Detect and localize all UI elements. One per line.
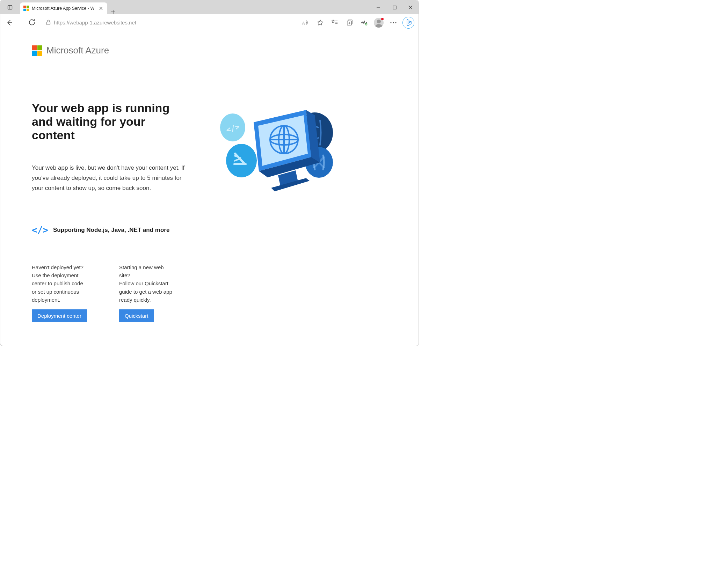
microsoft-logo-icon bbox=[32, 45, 42, 56]
svg-point-11 bbox=[390, 22, 391, 23]
browser-tab[interactable]: Microsoft Azure App Service - W bbox=[20, 2, 107, 14]
favorite-button[interactable] bbox=[313, 16, 327, 30]
quickstart-button[interactable]: Quickstart bbox=[119, 309, 154, 322]
card-text: Starting a new web site? Follow our Quic… bbox=[119, 263, 175, 304]
cards-row: Haven't deployed yet? Use the deployment… bbox=[32, 263, 419, 322]
browser-window: Microsoft Azure App Service - W bbox=[0, 0, 419, 346]
url-text: https://webapp-1.azurewebsites.net bbox=[54, 20, 136, 25]
card-text: Haven't deployed yet? Use the deployment… bbox=[32, 263, 88, 304]
notification-dot-icon bbox=[381, 18, 384, 20]
svg-rect-3 bbox=[393, 6, 396, 9]
read-aloud-button[interactable]: A bbox=[298, 16, 312, 30]
supporting-row: </> Supporting Node.js, Java, .NET and m… bbox=[32, 225, 419, 235]
bing-chat-button[interactable] bbox=[402, 17, 414, 29]
performance-button[interactable] bbox=[357, 16, 371, 30]
address-bar[interactable]: https://webapp-1.azurewebsites.net bbox=[42, 17, 295, 29]
back-button[interactable] bbox=[2, 16, 16, 30]
tab-close-button[interactable] bbox=[98, 6, 104, 11]
minimize-button[interactable] bbox=[370, 0, 386, 14]
svg-point-12 bbox=[393, 22, 394, 23]
new-tab-button[interactable] bbox=[107, 9, 119, 14]
deployment-center-button[interactable]: Deployment center bbox=[32, 309, 87, 322]
hero-section: Your web app is running and waiting for … bbox=[32, 101, 419, 193]
tab-title: Microsoft Azure App Service - W bbox=[32, 6, 95, 11]
azure-logo-row: Microsoft Azure bbox=[32, 45, 419, 56]
hero-description: Your web app is live, but we don't have … bbox=[32, 163, 186, 193]
hero-illustration: </> > bbox=[206, 101, 346, 192]
favorites-list-button[interactable] bbox=[328, 16, 342, 30]
more-button[interactable] bbox=[386, 16, 400, 30]
supporting-text: Supporting Node.js, Java, .NET and more bbox=[53, 227, 169, 234]
page-content: Microsoft Azure Your web app is running … bbox=[0, 31, 419, 346]
hero-title: Your web app is running and waiting for … bbox=[32, 101, 186, 142]
toolbar: https://webapp-1.azurewebsites.net A bbox=[0, 14, 419, 31]
brand-name: Microsoft Azure bbox=[46, 45, 109, 56]
card-deployment: Haven't deployed yet? Use the deployment… bbox=[32, 263, 88, 322]
lock-icon bbox=[46, 20, 51, 25]
tab-favicon bbox=[23, 6, 29, 11]
svg-text:>: > bbox=[234, 150, 242, 166]
toolbar-right: A bbox=[298, 16, 416, 30]
svg-rect-4 bbox=[47, 22, 50, 25]
tab-actions-button[interactable] bbox=[3, 0, 17, 14]
refresh-button[interactable] bbox=[25, 16, 39, 30]
code-icon: </> bbox=[32, 225, 48, 235]
tab-strip: Microsoft Azure App Service - W bbox=[20, 0, 119, 14]
svg-point-13 bbox=[395, 22, 396, 23]
profile-button[interactable] bbox=[372, 16, 386, 30]
svg-rect-0 bbox=[8, 6, 12, 9]
card-quickstart: Starting a new web site? Follow our Quic… bbox=[119, 263, 175, 322]
collections-button[interactable] bbox=[342, 16, 356, 30]
svg-text:A: A bbox=[302, 20, 305, 25]
spacer bbox=[17, 16, 24, 30]
window-controls bbox=[370, 0, 419, 14]
close-window-button[interactable] bbox=[402, 0, 419, 14]
maximize-button[interactable] bbox=[386, 0, 402, 14]
titlebar: Microsoft Azure App Service - W bbox=[0, 0, 419, 14]
